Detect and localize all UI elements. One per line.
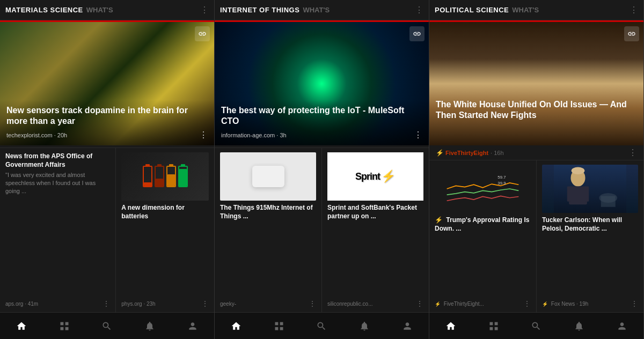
articles-grid-materials: News from the APS Office of Government A… bbox=[0, 148, 214, 312]
hero-source-iot: information-age.com · 3h bbox=[221, 132, 287, 138]
nav-search-materials[interactable] bbox=[97, 316, 116, 336]
panel-subtitle-materials: WHAT'S bbox=[86, 6, 113, 14]
article-batteries[interactable]: A new dimension for batteries phys.org ·… bbox=[116, 148, 214, 312]
article-batteries-source: phys.org · 23h bbox=[121, 301, 155, 307]
article-aps-title: News from the APS Office of Government A… bbox=[5, 152, 110, 169]
article-tucker[interactable]: Tucker Carlson: When will Pelosi, Democr… bbox=[537, 160, 643, 312]
article-sprint-thumb: Sprint ⚡ bbox=[327, 152, 423, 201]
article-things915-title: The Things 915Mhz Internet of Things ... bbox=[220, 204, 316, 297]
panel-menu-icon-iot[interactable]: ⋮ bbox=[415, 5, 423, 15]
hero-title-political: The White House Unified On Old Issues — … bbox=[436, 99, 637, 121]
panel-header-iot: INTERNET OF THINGS WHAT'S ⋮ bbox=[215, 0, 429, 20]
svg-rect-4 bbox=[601, 196, 616, 207]
hero-political[interactable]: The White House Unified On Old Issues — … bbox=[429, 22, 643, 145]
article-trump-approval-source-row: ⚡ FiveThirtyEight... ⋮ bbox=[435, 299, 531, 308]
bottom-nav-political bbox=[429, 312, 643, 339]
nav-home-materials[interactable] bbox=[12, 316, 31, 336]
article-aps-source-row: aps.org · 41m ⋮ bbox=[5, 299, 110, 308]
article-trump-approval-source: ⚡ FiveThirtyEight... bbox=[435, 301, 484, 307]
hero-link-icon-political[interactable] bbox=[624, 26, 639, 41]
panel-header-materials: MATERIALS SCIENCE WHAT'S ⋮ bbox=[0, 0, 214, 20]
article-sprint-source-row: siliconrepublic.co... ⋮ bbox=[327, 299, 423, 308]
nav-home-political[interactable] bbox=[441, 316, 460, 336]
panel-title-political: POLITICAL SCIENCE bbox=[435, 6, 509, 14]
article-tucker-thumb bbox=[542, 165, 638, 213]
nav-user-iot[interactable] bbox=[398, 316, 417, 336]
svg-text:39.9: 39.9 bbox=[497, 181, 506, 186]
hero-source-below-political: ⚡ FiveThirtyEight · 16h ⋮ bbox=[429, 145, 643, 158]
panel-header-political: POLITICAL SCIENCE WHAT'S ⋮ bbox=[429, 0, 643, 20]
article-trump-approval-more[interactable]: ⋮ bbox=[523, 299, 531, 308]
article-batteries-source-row: phys.org · 23h ⋮ bbox=[121, 299, 209, 308]
article-tucker-source-row: ⚡ Fox News · 19h ⋮ bbox=[542, 299, 638, 308]
svg-text:59.7: 59.7 bbox=[497, 175, 506, 180]
hero-more-materials[interactable]: ⋮ bbox=[199, 130, 208, 140]
articles-grid-iot: The Things 915Mhz Internet of Things ...… bbox=[215, 148, 429, 312]
nav-user-materials[interactable] bbox=[183, 316, 202, 336]
article-things915-more[interactable]: ⋮ bbox=[309, 299, 316, 308]
time-below-political: · 16h bbox=[491, 150, 503, 156]
hero-iot[interactable]: The best way of protecting the IoT - Mul… bbox=[215, 22, 429, 145]
article-things915[interactable]: The Things 915Mhz Internet of Things ...… bbox=[215, 148, 322, 312]
article-things915-source-row: geeky- ⋮ bbox=[220, 299, 316, 308]
nav-grid-materials[interactable] bbox=[55, 316, 74, 336]
nav-grid-political[interactable] bbox=[484, 316, 503, 336]
hero-overlay-materials: New sensors track dopamine in the brain … bbox=[0, 100, 214, 145]
article-tucker-source: ⚡ Fox News · 19h bbox=[542, 301, 588, 307]
sprint-logo: Sprint ⚡ bbox=[327, 152, 423, 201]
hero-more-political[interactable]: ⋮ bbox=[628, 148, 637, 158]
hero-more-iot[interactable]: ⋮ bbox=[414, 130, 422, 140]
panel-menu-icon-materials[interactable]: ⋮ bbox=[200, 5, 209, 15]
article-sprint-title: Sprint and SoftBank's Packet partner up … bbox=[327, 204, 423, 297]
hero-overlay-iot: The best way of protecting the IoT - Mul… bbox=[215, 100, 429, 145]
panel-menu-icon-political[interactable]: ⋮ bbox=[630, 5, 638, 15]
nav-bell-political[interactable] bbox=[569, 316, 589, 336]
article-batteries-title: A new dimension for batteries bbox=[121, 204, 209, 297]
hero-materials[interactable]: New sensors track dopamine in the brain … bbox=[0, 22, 214, 145]
article-batteries-thumb bbox=[121, 152, 209, 201]
article-tucker-title: Tucker Carlson: When will Pelosi, Democr… bbox=[542, 216, 638, 297]
article-trump-approval-thumb: 59.7 39.9 bbox=[435, 165, 531, 213]
panel-title-materials: MATERIALS SCIENCE bbox=[5, 6, 83, 14]
article-sprint-source: siliconrepublic.co... bbox=[327, 301, 372, 307]
hero-source-materials: techexplorist.com · 20h bbox=[6, 132, 67, 138]
nav-search-political[interactable] bbox=[526, 316, 546, 336]
svg-rect-8 bbox=[584, 187, 589, 202]
article-things915-source: geeky- bbox=[220, 301, 236, 307]
hero-link-icon-materials[interactable] bbox=[195, 26, 210, 41]
article-aps-excerpt: "I was very excited and almost speechles… bbox=[5, 171, 110, 195]
panel-materials-science: MATERIALS SCIENCE WHAT'S ⋮ New sensors t… bbox=[0, 0, 215, 339]
nav-bell-iot[interactable] bbox=[355, 316, 374, 336]
nav-search-iot[interactable] bbox=[312, 316, 331, 336]
article-sprint[interactable]: Sprint ⚡ Sprint and SoftBank's Packet pa… bbox=[322, 148, 429, 312]
hero-title-materials: New sensors track dopamine in the brain … bbox=[6, 105, 208, 127]
hero-link-icon-iot[interactable] bbox=[409, 26, 425, 41]
article-aps-more[interactable]: ⋮ bbox=[103, 299, 110, 308]
article-trump-approval[interactable]: 59.7 39.9 ⚡ Trump's Approval Rating Is D… bbox=[429, 160, 537, 312]
svg-point-9 bbox=[572, 167, 585, 175]
article-aps-source: aps.org · 41m bbox=[5, 301, 38, 307]
hero-source-row-iot: information-age.com · 3h ⋮ bbox=[221, 130, 422, 140]
router-shape bbox=[252, 166, 284, 187]
article-sprint-more[interactable]: ⋮ bbox=[416, 299, 423, 308]
svg-rect-7 bbox=[567, 187, 572, 202]
hero-title-iot: The best way of protecting the IoT - Mul… bbox=[221, 105, 422, 127]
bottom-nav-materials bbox=[0, 312, 214, 339]
nav-user-political[interactable] bbox=[612, 316, 632, 336]
panel-subtitle-political: WHAT'S bbox=[512, 6, 539, 14]
nav-grid-iot[interactable] bbox=[269, 316, 289, 336]
hero-source-row-materials: techexplorist.com · 20h ⋮ bbox=[6, 130, 208, 140]
nav-home-iot[interactable] bbox=[226, 316, 246, 336]
source-below-political: FiveThirtyEight bbox=[445, 150, 488, 156]
articles-grid-political: 59.7 39.9 ⚡ Trump's Approval Rating Is D… bbox=[429, 160, 643, 312]
panel-title-iot: INTERNET OF THINGS bbox=[220, 6, 299, 14]
tucker-svg bbox=[542, 165, 638, 213]
article-tucker-more[interactable]: ⋮ bbox=[631, 299, 638, 308]
nav-bell-materials[interactable] bbox=[140, 316, 159, 336]
article-aps[interactable]: News from the APS Office of Government A… bbox=[0, 148, 116, 312]
panel-subtitle-iot: WHAT'S bbox=[303, 6, 330, 14]
chart-svg: 59.7 39.9 bbox=[438, 168, 528, 210]
hero-overlay-political: The White House Unified On Old Issues — … bbox=[429, 94, 643, 129]
article-batteries-more[interactable]: ⋮ bbox=[201, 299, 209, 308]
panel-iot: INTERNET OF THINGS WHAT'S ⋮ The best way… bbox=[215, 0, 429, 339]
